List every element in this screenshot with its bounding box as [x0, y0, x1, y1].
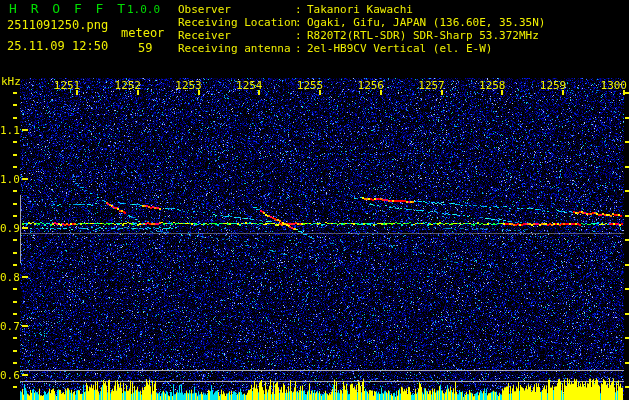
info-colon: : — [295, 42, 307, 55]
info-label: Receiving antenna — [178, 42, 295, 55]
info-row-observer: Observer : Takanori Kawachi — [178, 3, 545, 16]
info-colon: : — [295, 29, 307, 42]
hrofft-output: H R O F F T 1.0.0 2511091250.png meteor … — [0, 0, 629, 400]
header: H R O F F T 1.0.0 2511091250.png meteor … — [0, 0, 629, 68]
info-colon: : — [295, 16, 307, 29]
info-label: Receiving Location — [178, 16, 295, 29]
mode-label: meteor — [121, 26, 164, 40]
echo-count: 59 — [138, 41, 152, 55]
info-value: Takanori Kawachi — [307, 3, 413, 16]
info-label: Receiver — [178, 29, 295, 42]
info-colon: : — [295, 3, 307, 16]
info-value: Ogaki, Gifu, JAPAN (136.60E, 35.35N) — [307, 16, 545, 29]
info-row-antenna: Receiving antenna : 2el-HB9CV Vertical (… — [178, 42, 545, 55]
app-version: 1.0.0 — [127, 3, 160, 16]
info-label: Observer — [178, 3, 295, 16]
info-row-location: Receiving Location : Ogaki, Gifu, JAPAN … — [178, 16, 545, 29]
app-title: H R O F F T — [9, 1, 128, 16]
info-value: R820T2(RTL-SDR) SDR-Sharp 53.372MHz — [307, 29, 539, 42]
datetime-label: 25.11.09 12:50 — [7, 39, 108, 53]
station-info: Observer : Takanori Kawachi Receiving Lo… — [178, 3, 545, 55]
output-filename: 2511091250.png — [7, 18, 108, 32]
info-row-receiver: Receiver : R820T2(RTL-SDR) SDR-Sharp 53.… — [178, 29, 545, 42]
info-value: 2el-HB9CV Vertical (el. E-W) — [307, 42, 492, 55]
